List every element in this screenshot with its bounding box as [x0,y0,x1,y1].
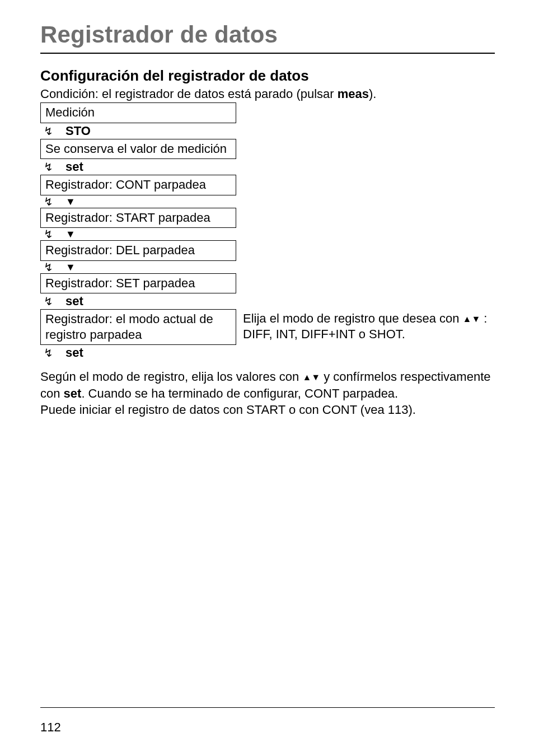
condition-pre: Condición: el registrador de datos está … [40,87,338,101]
triangle-down-icon: ▼ [65,262,76,272]
page-title: Registrador de datos [40,21,495,48]
step-tri-2: ↯ ▼ [40,228,495,240]
step-label-sto: STO [65,124,91,138]
box-modo: Registrador: el modo actual de registro … [40,309,236,345]
triangle-up-down-icon: ▲▼ [463,314,481,324]
step-tri-3: ↯ ▼ [40,261,495,273]
condition-bold: meas [338,87,369,101]
mode-right-pre: Elija el modo de registro que desea con [243,311,463,325]
box-start: Registrador: START parpadea [40,208,236,228]
box-medicion: Medición [40,102,236,123]
box-setp: Registrador: SET parpadea [40,273,236,294]
para-set: set [64,386,82,400]
box-del: Registrador: DEL parpadea [40,240,236,261]
para-mid2: . Cuando se ha terminado de configurar, … [81,386,398,400]
down-arrow-icon: ↯ [44,296,53,307]
page-number: 112 [40,720,61,735]
condition-line: Condición: el registrador de datos está … [40,87,495,101]
triangle-down-icon: ▼ [65,229,76,239]
down-arrow-icon: ↯ [44,228,53,240]
down-arrow-icon: ↯ [44,125,53,137]
footer-rule [40,707,495,708]
mode-right-text: Elija el modo de registro que desea con … [243,309,495,342]
down-arrow-icon: ↯ [44,262,53,273]
step-label-set: set [65,160,83,174]
step-sto: ↯ STO [40,123,495,139]
down-arrow-icon: ↯ [44,196,53,207]
step-label-set: set [65,294,83,309]
triangle-down-icon: ▼ [65,197,76,207]
step-tri-1: ↯ ▼ [40,195,495,208]
para-pre: Según el modo de registro, elija los val… [40,370,302,384]
box-cont: Registrador: CONT parpadea [40,175,236,195]
title-rule [40,53,495,54]
down-arrow-icon: ↯ [44,347,53,358]
body-paragraph: Según el modo de registro, elija los val… [40,368,495,418]
step-set-2: ↯ set [40,293,495,309]
step-set-1: ↯ set [40,159,495,175]
step-set-3: ↯ set [40,345,495,361]
down-arrow-icon: ↯ [44,161,53,172]
section-heading: Configuración del registrador de datos [40,67,495,85]
triangle-up-down-icon: ▲▼ [302,372,320,382]
box-conserva: Se conserva el valor de medición [40,139,236,160]
step-label-set: set [65,346,83,360]
para-line2: Puede iniciar el registro de datos con S… [40,403,416,417]
condition-post: ). [369,87,376,101]
